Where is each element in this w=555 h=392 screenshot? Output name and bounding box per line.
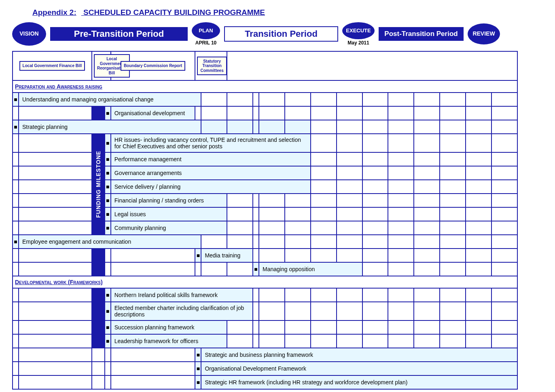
section-heading: Preparation and Awareness raising (13, 80, 517, 93)
page-title: Appendix 2: SCHEDULED CAPACITY BUILDING … (32, 8, 543, 17)
pre-transition-bar: Pre-Transition Period (50, 27, 188, 41)
table-row: Organisational development (13, 106, 517, 120)
section-row: Developmental work (Frameworks) (13, 276, 517, 288)
row-label: Media training (201, 249, 253, 262)
docbox: Statutory Transition Committees (197, 57, 227, 76)
table-row: Media training (13, 249, 517, 262)
table-row: Financial planning / standing orders (13, 194, 517, 207)
section-heading: Developmental work (Frameworks) (13, 276, 517, 288)
row-label: Employee engagement and communication (19, 235, 201, 249)
row-label: Organisational development (111, 106, 195, 120)
row-label: Northern Ireland political skills framew… (111, 288, 253, 302)
row-label: Leadership framework for officers (111, 334, 227, 348)
transition-bar: Transition Period (224, 26, 338, 42)
post-transition-bar: Post-Transition Period (379, 27, 464, 41)
table-row: Strategic HR framework (including HR str… (13, 375, 517, 389)
table-row: Service delivery / planning (13, 180, 517, 194)
row-label: HR issues- including vacancy control, TU… (111, 134, 311, 152)
table-row: Governance arrangements (13, 166, 517, 180)
row-label: Community planning (111, 221, 227, 235)
table-row: Organisational Development Framework (13, 362, 517, 375)
table-row: Strategic and business planning framewor… (13, 348, 517, 362)
row-label: Organisational Development Framework (201, 362, 517, 375)
table-row: Northern Ireland political skills framew… (13, 288, 517, 302)
row-label: Elected member charter including clarifi… (111, 302, 253, 320)
section-row: Preparation and Awareness raising (13, 80, 517, 93)
table-row: Strategic planning (13, 120, 517, 134)
title-prefix: Appendix 2: (32, 8, 76, 17)
execute-badge: EXECUTE (342, 22, 375, 39)
table-row: Succession planning framework (13, 320, 517, 334)
table-row: Community planning (13, 221, 517, 235)
row-label: Understanding and managing organisationa… (19, 93, 201, 106)
row-label: Legal issues (111, 207, 227, 221)
row-label: Managing opposition (259, 262, 362, 276)
row-label: Financial planning / standing orders (111, 194, 227, 207)
docbox: Local Government Finance Bill (19, 61, 85, 71)
vision-badge: VISION (12, 22, 46, 46)
row-label: Performance management (111, 152, 311, 166)
plan-date: APRIL 10 (195, 40, 216, 46)
row-label: Succession planning framework (111, 320, 227, 334)
table-row: Managing opposition (13, 262, 517, 276)
row-label: Service delivery / planning (111, 180, 311, 194)
header-strip: VISION Pre-Transition Period PLAN APRIL … (12, 20, 543, 48)
row-label: Governance arrangements (111, 166, 311, 180)
table-row: Employee engagement and communication (13, 235, 517, 249)
table-row: Elected member charter including clarifi… (13, 302, 517, 320)
milestone-label: FUNDING MILESTONE (92, 134, 105, 235)
table-row: Legal issues (13, 207, 517, 221)
title-main: SCHEDULED CAPACITY BUILDING PROGRAMME (83, 8, 265, 17)
plan-badge: PLAN (192, 22, 220, 39)
execute-date: May 2011 (347, 40, 369, 46)
table-row: Leadership framework for officers (13, 334, 517, 348)
row-label: Strategic planning (19, 120, 201, 134)
row-label: Strategic and business planning framewor… (201, 348, 517, 362)
table-row: Understanding and managing organisationa… (13, 93, 517, 106)
row-label: Strategic HR framework (including HR str… (201, 375, 517, 389)
table-row: Performance management (13, 152, 517, 166)
table-row: FUNDING MILESTONE HR issues- including v… (13, 134, 517, 152)
review-badge: REVIEW (468, 23, 500, 44)
docbox-row: Local Government Finance Bill Local Gove… (13, 51, 517, 80)
docbox: Boundary Commission Report (121, 61, 185, 71)
programme-grid: Local Government Finance Bill Local Gove… (12, 51, 518, 390)
